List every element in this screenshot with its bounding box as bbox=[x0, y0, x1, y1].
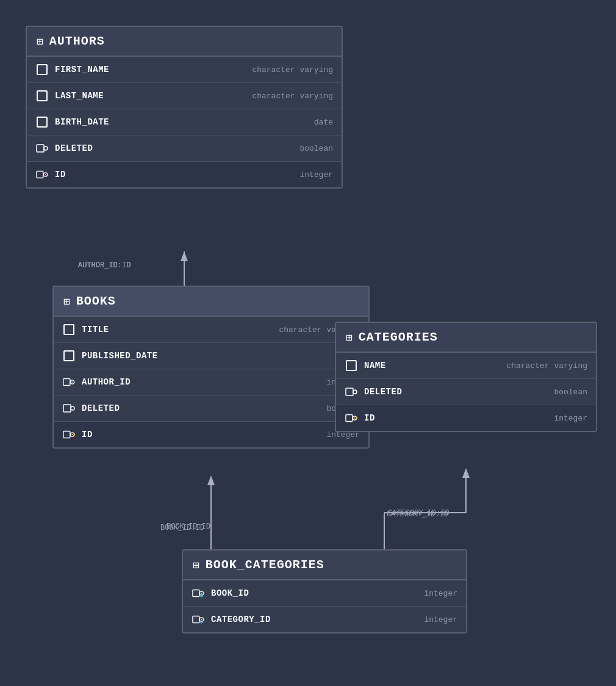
svg-point-52 bbox=[201, 619, 202, 620]
authors-id-field: ID bbox=[55, 170, 293, 179]
svg-point-57 bbox=[201, 621, 202, 622]
arrow-label-book: BOOK_ID:ID bbox=[160, 524, 204, 532]
categories-id-field: ID bbox=[364, 413, 548, 423]
authors-title: AUTHORS bbox=[49, 34, 105, 48]
books-table: ⊞ BOOKS TITLE character varying PUBLISHE… bbox=[52, 286, 370, 449]
books-author-id-row: AUTHOR_ID integer bbox=[54, 369, 368, 395]
authors-deleted-field: DELETED bbox=[55, 143, 293, 153]
arrow-label-category: CATEGORY_ID:ID bbox=[388, 509, 449, 518]
categories-title: CATEGORIES bbox=[359, 330, 438, 344]
svg-rect-11 bbox=[37, 145, 44, 152]
first-name-icon bbox=[35, 63, 49, 76]
authors-id-row: ID integer bbox=[27, 162, 342, 187]
book-categories-book-id-field: BOOK_ID bbox=[211, 588, 418, 598]
books-published-icon bbox=[62, 349, 76, 363]
books-header: ⊞ BOOKS bbox=[54, 287, 368, 317]
books-published-field: PUBLISHED_DATE bbox=[82, 351, 335, 361]
last-name-type: character varying bbox=[252, 92, 333, 101]
first-name-type: character varying bbox=[252, 65, 333, 74]
birth-date-type: date bbox=[314, 118, 333, 127]
book-categories-category-id-type: integer bbox=[424, 615, 457, 624]
svg-rect-42 bbox=[193, 590, 199, 597]
categories-name-field: NAME bbox=[364, 361, 500, 370]
svg-point-34 bbox=[353, 390, 357, 394]
categories-table: ⊞ CATEGORIES NAME character varying DELE… bbox=[335, 322, 597, 432]
categories-name-icon bbox=[345, 359, 358, 372]
books-id-field: ID bbox=[82, 430, 320, 439]
authors-table: ⊞ AUTHORS FIRST_NAME character varying L… bbox=[26, 26, 343, 189]
books-title: BOOKS bbox=[76, 294, 116, 308]
last-name-icon bbox=[35, 89, 49, 103]
books-author-id-icon bbox=[62, 375, 76, 389]
authors-birth-date-row: BIRTH_DATE date bbox=[27, 109, 342, 135]
books-title-field: TITLE bbox=[82, 325, 273, 334]
books-table-icon: ⊞ bbox=[63, 295, 70, 308]
book-categories-title: BOOK_CATEGORIES bbox=[206, 558, 324, 572]
book-categories-table: ⊞ BOOK_CATEGORIES BOOK_ID integer bbox=[182, 549, 467, 634]
svg-point-49 bbox=[201, 595, 202, 596]
svg-point-44 bbox=[201, 593, 202, 594]
book-categories-table-icon: ⊞ bbox=[193, 558, 199, 572]
svg-marker-10 bbox=[462, 468, 470, 478]
book-categories-category-id-icon bbox=[192, 613, 205, 626]
authors-deleted-row: DELETED boolean bbox=[27, 135, 342, 162]
book-categories-header: ⊞ BOOK_CATEGORIES bbox=[183, 551, 466, 580]
authors-table-icon: ⊞ bbox=[37, 35, 43, 48]
books-author-id-field: AUTHOR_ID bbox=[82, 377, 320, 387]
book-categories-book-id-type: integer bbox=[424, 589, 457, 598]
book-categories-category-id-row: CATEGORY_ID integer bbox=[183, 607, 466, 632]
svg-marker-6 bbox=[207, 475, 215, 485]
categories-name-type: character varying bbox=[506, 361, 587, 370]
categories-table-icon: ⊞ bbox=[346, 331, 353, 344]
svg-point-29 bbox=[71, 434, 73, 435]
authors-deleted-type: boolean bbox=[299, 144, 333, 153]
book-categories-book-id-row: BOOK_ID integer bbox=[183, 580, 466, 607]
authors-last-name-row: LAST_NAME character varying bbox=[27, 83, 342, 109]
categories-id-type: integer bbox=[554, 414, 587, 423]
authors-header: ⊞ AUTHORS bbox=[27, 27, 342, 57]
svg-point-25 bbox=[71, 406, 74, 410]
birth-date-field: BIRTH_DATE bbox=[55, 117, 308, 127]
birth-date-icon bbox=[35, 115, 49, 129]
books-title-icon bbox=[62, 323, 76, 336]
book-categories-category-id-field: CATEGORY_ID bbox=[211, 615, 418, 624]
svg-point-17 bbox=[45, 174, 46, 175]
first-name-field: FIRST_NAME bbox=[55, 65, 246, 74]
svg-rect-14 bbox=[37, 172, 43, 178]
svg-rect-50 bbox=[193, 616, 199, 623]
svg-point-22 bbox=[71, 381, 73, 383]
books-id-icon bbox=[62, 428, 76, 441]
svg-rect-27 bbox=[63, 431, 70, 438]
categories-id-row: ID integer bbox=[336, 405, 596, 431]
categories-deleted-row: DELETED boolean bbox=[336, 379, 596, 405]
books-deleted-field: DELETED bbox=[82, 403, 320, 413]
books-deleted-row: DELETED boolean bbox=[54, 395, 368, 422]
books-title-row: TITLE character varying bbox=[54, 317, 368, 343]
categories-deleted-type: boolean bbox=[554, 388, 587, 397]
authors-id-type: integer bbox=[299, 170, 333, 179]
books-published-date-row: PUBLISHED_DATE date bbox=[54, 343, 368, 369]
authors-first-name-row: FIRST_NAME character varying bbox=[27, 57, 342, 83]
book-categories-book-id-icon bbox=[192, 587, 205, 600]
svg-marker-4 bbox=[181, 251, 188, 261]
categories-deleted-field: DELETED bbox=[364, 387, 548, 397]
svg-rect-36 bbox=[346, 415, 353, 422]
books-deleted-icon bbox=[62, 402, 76, 415]
categories-deleted-icon bbox=[345, 385, 358, 399]
diagram-container: AUTHOR_ID:ID BOOK_ID:ID CATEGORY_ID:ID ⊞… bbox=[0, 0, 616, 686]
last-name-field: LAST_NAME bbox=[55, 91, 246, 101]
authors-deleted-icon bbox=[35, 142, 49, 155]
svg-rect-33 bbox=[346, 388, 353, 395]
arrow-label-author: AUTHOR_ID:ID bbox=[78, 261, 131, 270]
categories-id-icon bbox=[345, 411, 358, 425]
svg-point-12 bbox=[44, 146, 48, 150]
svg-rect-24 bbox=[63, 405, 71, 412]
svg-rect-20 bbox=[63, 379, 70, 386]
categories-name-row: NAME character varying bbox=[336, 353, 596, 379]
svg-point-38 bbox=[354, 417, 355, 419]
books-id-row: ID integer bbox=[54, 422, 368, 447]
categories-header: ⊞ CATEGORIES bbox=[336, 323, 596, 353]
authors-id-icon bbox=[35, 168, 49, 181]
